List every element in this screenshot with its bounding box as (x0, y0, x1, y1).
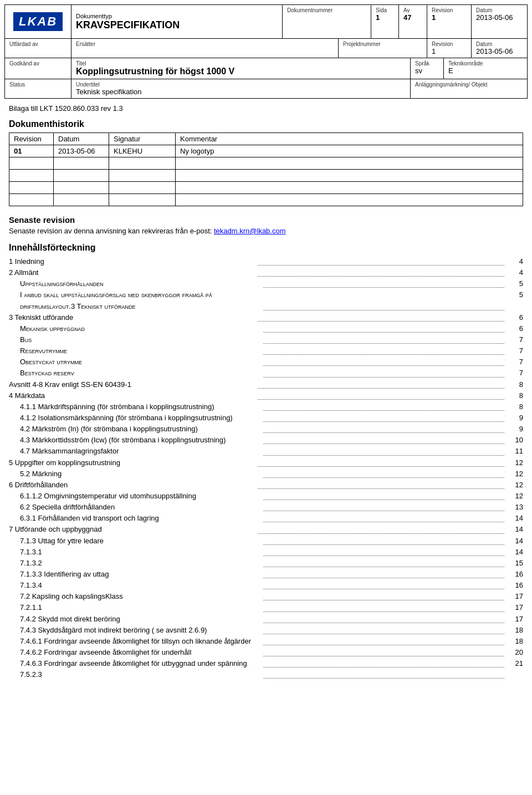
history-row (9, 194, 523, 206)
toc-container: 1 Inledning42 Allmänt4Uppställningsförhå… (9, 256, 523, 680)
toc-entry-text: 7.1.3.2 (9, 558, 261, 569)
toc-page-num: 18 (507, 625, 523, 636)
toc-dots (263, 589, 504, 589)
history-cell-signatur (109, 170, 176, 182)
toc-dots (263, 455, 504, 456)
undertitel-label: Undertitel (76, 81, 406, 88)
toc-dots (263, 365, 504, 366)
toc-dots (263, 310, 504, 310)
toc-entry-text: 7.2 Kapsling och kapslingsKlass (9, 591, 261, 602)
toc-page-num: 5 (507, 278, 523, 289)
revision2-cell: Revision 1 (427, 39, 472, 58)
toc-entry-text: Bestyckad reserv (9, 368, 261, 379)
godkand-cell: Godkänd av (5, 58, 71, 79)
toc-entry: 1 Inledning4 (9, 256, 523, 267)
history-cell-kommentar (176, 170, 523, 182)
datum2-label: Datum (476, 41, 523, 47)
toc-entry: Avsnitt 4-8 Krav enligt SS-EN 60439-18 (9, 379, 523, 390)
senaste-title: Senaste revision (9, 215, 523, 225)
datum2-value: 2013-05-06 (476, 47, 523, 55)
toc-entry: 4.2 Märkström (In) (för strömbana i kopp… (9, 424, 523, 435)
col-datum: Datum (54, 133, 109, 145)
senaste-text-content: Senaste revision av denna anvisning kan … (9, 227, 212, 235)
toc-entry-text: 7.4.6.1 Fordringar avseende åtkomlighet … (9, 636, 261, 647)
toc-entry-text: 5.2 Märkning (9, 468, 261, 480)
toc-entry: Uppställningsförhållanden5 (9, 278, 523, 289)
doctype-value: KRAVSPECIFIKATION (76, 19, 278, 31)
toc-entry-text: 6 Driftförhållanden (9, 480, 255, 491)
toc-entry: 6 Driftförhållanden12 (9, 480, 523, 491)
toc-page-num: 21 (507, 658, 523, 669)
toc-page-num: 16 (507, 580, 523, 591)
sprak-value: sv (415, 67, 439, 75)
doctype-cell: Dokumenttyp KRAVSPECIFIKATION (71, 5, 283, 38)
toc-entry-text: 4.3 Märkkorttidsström (Icw) (för strömba… (9, 435, 261, 446)
toc-dots (263, 656, 504, 656)
toc-dots (258, 321, 504, 322)
history-cell-revision: 01 (9, 145, 54, 157)
toc-entry-text: 2 Allmänt (9, 267, 255, 278)
toc-dots (258, 488, 504, 489)
toc-dots (263, 343, 504, 344)
toc-entry-text: 7.4.2 Skydd mot direkt beröring (9, 614, 261, 625)
toc-dots (263, 667, 504, 667)
sprak-cell: Språk sv (411, 58, 444, 79)
toc-entry: 7.1.3.3 Identifiering av uttag16 (9, 569, 523, 580)
toc-dots (263, 410, 504, 411)
toc-entry-text: I anbud skall uppställningsförslag med s… (9, 289, 261, 312)
toc-dots (263, 623, 504, 623)
teknikomrade-cell: Teknikområde E (444, 58, 527, 79)
revision2-value: 1 (432, 47, 467, 55)
toc-page-num: 4 (507, 256, 523, 267)
toc-entry: 6.3.1 Förhållanden vid transport och lag… (9, 513, 523, 524)
teknikomrade-label: Teknikområde (448, 60, 523, 67)
toc-entry: Bestyckad reserv7 (9, 368, 523, 379)
toc-entry: I anbud skall uppställningsförslag med s… (9, 289, 523, 312)
history-cell-kommentar (176, 182, 523, 194)
toc-dots (263, 477, 504, 478)
toc-dots (263, 611, 504, 612)
toc-entry-text: Obestyckat utrymme (9, 356, 261, 368)
toc-dots (258, 276, 504, 277)
toc-entry-text: Bus (9, 334, 261, 345)
anlagg-cell: Anläggningsmärkning/ Objekt (411, 79, 527, 98)
toc-entry-text: 7.5.2.3 (9, 669, 261, 680)
ersatter-cell: Ersätter (71, 39, 339, 58)
toc-entry: 4.3 Märkkorttidsström (Icw) (för strömba… (9, 435, 523, 446)
senaste-email[interactable]: tekadm.krn@lkab.com (214, 227, 286, 235)
toc-page-num: 9 (507, 412, 523, 424)
header-row-4: Status Undertitel Teknisk specifikation … (5, 79, 527, 98)
toc-dots (263, 511, 504, 511)
history-cell-revision (9, 182, 54, 194)
toc-entry-text: 7.1.3.3 Identifiering av uttag (9, 569, 261, 580)
toc-entry: 7.4.6.3 Fordringar avseende åtkomlighet … (9, 658, 523, 669)
toc-page-num: 12 (507, 468, 523, 480)
history-cell-kommentar (176, 194, 523, 206)
titel-value: Kopplingsutrustning för högst 1000 V (76, 67, 406, 77)
revision-datum-cell: Revision 1 Datum 2013-05-06 (427, 5, 527, 38)
toc-page-num: 14 (507, 513, 523, 524)
toc-page-num: 16 (507, 569, 523, 580)
toc-entry: 4.7 Märksammanlagringsfaktor11 (9, 446, 523, 457)
revision-value: 1 (432, 13, 467, 22)
history-row: 012013-05-06KLKEHUNy logotyp (9, 145, 523, 157)
sida-label: Sida (376, 7, 394, 13)
history-cell-kommentar (176, 157, 523, 170)
toc-title: Innehållsförteckning (9, 243, 523, 253)
titel-cell: Titel Kopplingsutrustning för högst 1000… (71, 58, 411, 79)
toc-page-num (507, 669, 523, 680)
history-cell-kommentar: Ny logotyp (176, 145, 523, 157)
toc-entry-text: 6.1.1.2 Omgivningstemperatur vid utomhus… (9, 491, 261, 502)
toc-entry: 7.1.3 Uttag för yttre ledare14 (9, 536, 523, 547)
toc-entry-text: 7.1.3.1 (9, 547, 261, 558)
main-content: Bilaga till LKT 1520.860.033 rev 1.3 Dok… (9, 104, 523, 680)
toc-entry: 4 Märkdata8 (9, 390, 523, 401)
history-header-row: Revision Datum Signatur Kommentar (9, 133, 523, 145)
undertitel-cell: Undertitel Teknisk specifikation (71, 79, 411, 98)
toc-entry: 7.5.2.3 (9, 669, 523, 680)
history-table: Revision Datum Signatur Kommentar 012013… (9, 132, 523, 206)
bilaga-line: Bilaga till LKT 1520.860.033 rev 1.3 (9, 104, 523, 113)
revision-box: Revision 1 (427, 5, 472, 38)
datum-value: 2013-05-06 (476, 13, 523, 22)
col-signatur: Signatur (109, 133, 176, 145)
